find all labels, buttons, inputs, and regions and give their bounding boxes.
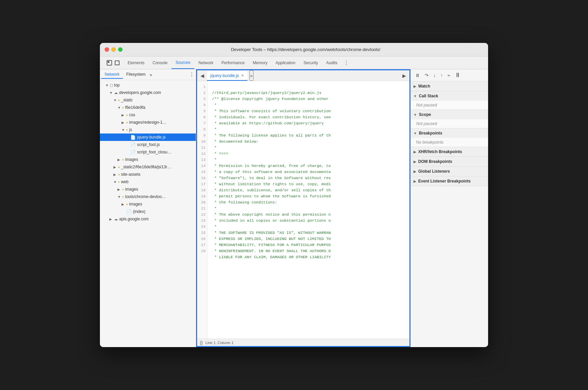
watch-header[interactable]: ▶ Watch bbox=[411, 81, 488, 91]
tab-audits[interactable]: Audits bbox=[322, 56, 341, 69]
tree-item-jquery-bundle[interactable]: ▶ 📄 jquery-bundle.js bbox=[100, 133, 196, 141]
left-panel: Network Filesystem » ⋮ ▼ □ top ▼ ☁ bbox=[100, 69, 196, 347]
pretty-print-button[interactable]: {} bbox=[200, 340, 203, 345]
tree-item-developers[interactable]: ▼ ☁ developers.google.com bbox=[100, 89, 196, 96]
event-arrow-icon: ▶ bbox=[413, 179, 416, 183]
tree-item-images-redesign[interactable]: ▶ ▪ images/redesign-1… bbox=[100, 119, 196, 126]
event-listener-header[interactable]: ▶ Event Listener Breakpoints bbox=[411, 176, 488, 186]
tabs-more-button[interactable]: ⋮ bbox=[342, 56, 351, 69]
global-listeners-section: ▶ Global Listeners bbox=[411, 167, 488, 176]
tab-performance[interactable]: Performance bbox=[217, 56, 249, 69]
global-listeners-header[interactable]: ▶ Global Listeners bbox=[411, 167, 488, 176]
folder-icon-site-assets: ▪ bbox=[118, 172, 120, 177]
global-arrow-icon: ▶ bbox=[413, 170, 416, 173]
close-button[interactable] bbox=[105, 47, 109, 52]
tree-arrow-images-redesign: ▶ bbox=[122, 121, 126, 124]
tab-console[interactable]: Console bbox=[149, 56, 171, 69]
call-stack-section: ▼ Call Stack Not paused bbox=[411, 91, 488, 110]
editor-tab-jquery[interactable]: jquery-bundle.js ✕ bbox=[207, 71, 247, 81]
pause-exceptions-button[interactable]: ⏸ bbox=[453, 71, 462, 80]
tree-arrow-developers: ▼ bbox=[109, 91, 114, 95]
file-tree: ▼ □ top ▼ ☁ developers.google.com ▼ ▪ _s… bbox=[100, 80, 196, 347]
sub-tab-more-button[interactable]: » bbox=[150, 72, 152, 77]
tree-item-static[interactable]: ▼ ▪ _static bbox=[100, 96, 196, 104]
debugger-toolbar: ⏸ ↷ ↓ ↑ ○ ⏸ bbox=[411, 69, 488, 81]
folder-icon-tools-images: ▪ bbox=[126, 202, 128, 207]
tab-network[interactable]: Network bbox=[194, 56, 217, 69]
tree-label-index: (index) bbox=[133, 209, 145, 214]
tree-label-static: _static bbox=[121, 98, 133, 102]
tree-item-hash[interactable]: ▼ ▪ f6e16de9fa bbox=[100, 104, 196, 111]
scope-arrow-icon: ▼ bbox=[413, 113, 417, 117]
editor-play-button[interactable]: ▶ bbox=[400, 70, 408, 81]
step-over-button[interactable]: ↷ bbox=[423, 72, 430, 79]
breakpoints-status: No breakpoints bbox=[411, 138, 488, 147]
step-out-button[interactable]: ↑ bbox=[439, 72, 445, 79]
xhr-breakpoints-header[interactable]: ▶ XHR/fetch Breakpoints bbox=[411, 147, 488, 156]
tab-sources[interactable]: Sources bbox=[171, 56, 194, 69]
sub-tab-network[interactable]: Network bbox=[101, 71, 123, 79]
cloud-icon-developers: ☁ bbox=[114, 91, 118, 95]
tab-application[interactable]: Application bbox=[271, 56, 299, 69]
minimize-button[interactable] bbox=[111, 47, 116, 52]
tree-item-tools-images[interactable]: ▶ ▪ images bbox=[100, 200, 196, 208]
file-icon-script-foot: 📄 bbox=[130, 142, 136, 147]
tree-label-tools: tools/chrome-devtoo… bbox=[125, 194, 166, 199]
tree-arrow-hash: ▼ bbox=[117, 106, 122, 109]
call-stack-status: Not paused bbox=[411, 101, 488, 109]
tree-arrow-tools-images: ▶ bbox=[122, 202, 126, 206]
tree-label-static2: _static2/f6e16de9fa/jsi13r… bbox=[121, 165, 171, 169]
tree-item-static2[interactable]: ▶ ▪ _static2/f6e16de9fa/jsi13r… bbox=[100, 163, 196, 171]
tab-elements[interactable]: Elements bbox=[124, 56, 149, 69]
tree-label-site-assets: site-assets bbox=[121, 172, 140, 177]
window-title: Developer Tools – https://developers.goo… bbox=[128, 47, 483, 52]
tab-security[interactable]: Security bbox=[299, 56, 322, 69]
sub-tab-menu-button[interactable]: ⋮ bbox=[189, 71, 194, 78]
tree-item-index[interactable]: ▶ 📄 (index) bbox=[100, 208, 196, 215]
folder-icon-tools: ▪ bbox=[122, 194, 124, 199]
scope-header[interactable]: ▼ Scope bbox=[411, 110, 488, 119]
traffic-lights bbox=[105, 47, 123, 52]
folder-icon-web: ▪ bbox=[118, 179, 120, 185]
editor-tab-label: jquery-bundle.js bbox=[210, 73, 239, 78]
tree-label-jquery: jquery-bundle.js bbox=[137, 135, 166, 140]
editor-back-button[interactable]: ◀ bbox=[198, 70, 206, 81]
tab-memory[interactable]: Memory bbox=[249, 56, 271, 69]
code-content: //third_party/javascript/jquery2/jquery2… bbox=[208, 81, 409, 339]
file-icon-closure: 📄 bbox=[130, 150, 136, 155]
tree-item-web-images[interactable]: ▶ ▪ images bbox=[100, 186, 196, 193]
title-bar: Developer Tools – https://developers.goo… bbox=[100, 43, 488, 56]
editor-tab-close-button[interactable]: ✕ bbox=[241, 73, 244, 78]
sub-tab-filesystem[interactable]: Filesystem bbox=[123, 71, 149, 79]
tree-item-site-assets[interactable]: ▶ ▪ site-assets bbox=[100, 171, 196, 178]
tree-item-tools[interactable]: ▼ ▪ tools/chrome-devtoo… bbox=[100, 193, 196, 200]
tree-item-script-foot[interactable]: ▶ 📄 script_foot.js bbox=[100, 141, 196, 148]
tree-label-web: web bbox=[121, 179, 129, 184]
tree-arrow-js: ▼ bbox=[122, 128, 126, 132]
tab-icons[interactable] bbox=[103, 56, 124, 69]
tree-item-css[interactable]: ▶ ▪ css bbox=[100, 111, 196, 119]
breakpoints-header[interactable]: ▼ Breakpoints bbox=[411, 128, 488, 138]
folder-icon-web-images: ▪ bbox=[122, 187, 124, 192]
editor-tabs-bar: ◀ jquery-bundle.js ✕ » ▶ bbox=[197, 70, 409, 81]
step-into-button[interactable]: ↓ bbox=[432, 72, 437, 79]
tree-item-web[interactable]: ▼ ▪ web bbox=[100, 178, 196, 186]
deactivate-button[interactable]: ○ bbox=[446, 72, 452, 79]
tree-item-apis[interactable]: ▶ ☁ apis.google.com bbox=[100, 215, 196, 223]
call-stack-header[interactable]: ▼ Call Stack bbox=[411, 91, 488, 101]
maximize-button[interactable] bbox=[118, 47, 123, 52]
dom-arrow-icon: ▶ bbox=[413, 160, 416, 164]
tree-label-web-images: images bbox=[125, 187, 138, 192]
editor-tab-more-button[interactable]: » bbox=[249, 70, 253, 81]
tree-label-hash: f6e16de9fa bbox=[125, 105, 145, 110]
tree-arrow-web-images: ▶ bbox=[117, 188, 122, 191]
tree-item-images-inner[interactable]: ▶ ▪ images bbox=[100, 156, 196, 163]
tree-item-script-foot-closure[interactable]: ▶ 📄 script_foot_closu… bbox=[100, 148, 196, 156]
tree-item-js[interactable]: ▼ ▪ js bbox=[100, 126, 196, 133]
dom-breakpoints-header[interactable]: ▶ DOM Breakpoints bbox=[411, 157, 488, 166]
pause-button[interactable]: ⏸ bbox=[413, 72, 422, 79]
xhr-breakpoints-section: ▶ XHR/fetch Breakpoints bbox=[411, 147, 488, 157]
watch-section: ▶ Watch bbox=[411, 81, 488, 91]
tree-item-top[interactable]: ▼ □ top bbox=[100, 81, 196, 89]
code-area[interactable]: 12345 678910 1112131415 1617181920 21222… bbox=[197, 81, 409, 339]
